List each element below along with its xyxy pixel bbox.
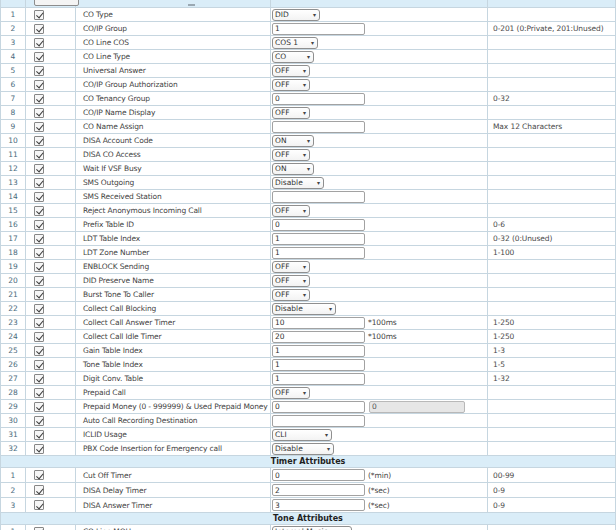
dropdown[interactable]: Disable [272,443,334,455]
text-input[interactable] [272,121,365,133]
dropdown[interactable]: OFF [272,65,310,77]
row-checkbox[interactable] [34,346,44,356]
row-checkbox[interactable] [34,402,44,412]
attribute-control: (*sec) [271,498,488,512]
dropdown[interactable]: OFF [272,289,310,301]
row-checkbox[interactable] [34,444,44,454]
row-checkbox[interactable] [34,388,44,398]
row-number: 5 [1,64,26,77]
row-checkbox[interactable] [34,164,44,174]
row-checkbox[interactable] [34,52,44,62]
dropdown[interactable]: COS 1 [272,37,318,49]
row-checkbox[interactable] [34,178,44,188]
chevron-down-icon [303,81,306,89]
table-row: 21Burst Tone To CallerOFF [1,288,615,302]
text-input[interactable] [272,499,365,511]
dropdown[interactable]: DID [272,9,320,21]
dropdown[interactable]: OFF [272,79,310,91]
row-checkbox[interactable] [34,374,44,384]
text-input[interactable] [272,233,365,245]
attribute-label: LDT Zone Number [76,246,271,259]
dropdown[interactable]: OFF [272,261,310,273]
text-input[interactable] [272,373,365,385]
text-input[interactable] [272,401,365,413]
row-checkbox[interactable] [34,470,44,480]
text-input[interactable] [272,23,365,35]
row-checkbox[interactable] [34,234,44,244]
row-checkbox[interactable] [34,290,44,300]
section-header: Timer Attributes [1,456,615,468]
row-checkbox[interactable] [34,248,44,258]
dropdown[interactable]: CLI [272,429,332,441]
value-range: 1-250 [488,330,615,343]
row-checkbox[interactable] [34,332,44,342]
row-checkbox[interactable] [34,66,44,76]
dropdown[interactable]: OFF [272,107,310,119]
row-number: 25 [1,344,26,357]
header-button-partial[interactable] [34,0,79,6]
attribute-label: Burst Tone To Caller [76,288,271,301]
row-checkbox[interactable] [34,136,44,146]
row-number: 13 [1,176,26,189]
row-checkbox[interactable] [34,500,44,510]
table-row: 17LDT Table Index0-32 (0:Unused) [1,232,615,246]
row-number: 12 [1,162,26,175]
text-input[interactable] [272,359,365,371]
dropdown[interactable]: OFF [272,387,310,399]
dropdown[interactable]: ON [272,135,314,147]
dropdown-value: DID [275,10,289,19]
dropdown[interactable]: OFF [272,149,310,161]
row-checkbox[interactable] [34,485,44,495]
text-input[interactable] [272,219,365,231]
text-input[interactable] [272,484,365,496]
text-input[interactable] [272,247,365,259]
row-checkbox[interactable] [34,262,44,272]
dropdown[interactable]: CO [272,51,314,63]
text-input[interactable] [272,469,365,481]
row-checkbox[interactable] [34,108,44,118]
value-range: 0-32 (0:Unused) [488,232,615,245]
value-range [488,190,615,203]
row-checkbox[interactable] [34,10,44,20]
table-body: 1CO TypeDID2CO/IP Group0-201 (0:Private,… [1,8,615,530]
dropdown[interactable]: OFF [272,275,310,287]
row-checkbox[interactable] [34,192,44,202]
row-checkbox[interactable] [34,318,44,328]
dropdown[interactable]: OFF [272,205,310,217]
attribute-label: Prefix Table ID [76,218,271,231]
row-checkbox[interactable] [34,220,44,230]
row-checkbox[interactable] [34,276,44,286]
row-checkbox[interactable] [34,416,44,426]
text-input[interactable] [272,345,365,357]
text-input[interactable] [272,415,365,427]
table-row: 27Digit Conv. Table1-32 [1,372,615,386]
text-input[interactable] [272,317,365,329]
dropdown[interactable]: Internal Music [272,526,352,530]
dropdown[interactable]: Disable [272,303,336,315]
checkbox-cell [26,218,76,231]
dropdown[interactable]: ON [272,163,314,175]
row-checkbox[interactable] [34,80,44,90]
text-input[interactable] [272,191,365,203]
row-checkbox[interactable] [34,430,44,440]
row-number: 28 [1,386,26,399]
header-attribute-column [76,0,271,7]
row-checkbox[interactable] [34,122,44,132]
row-checkbox[interactable] [34,24,44,34]
row-checkbox[interactable] [34,304,44,314]
table-row: 10DISA Account CodeON [1,134,615,148]
row-checkbox[interactable] [34,38,44,48]
row-checkbox[interactable] [34,527,44,530]
header-sort-dash [188,4,195,6]
row-number: 24 [1,330,26,343]
dropdown[interactable]: Disable [272,177,324,189]
table-row: 4CO Line TypeCO [1,50,615,64]
row-checkbox[interactable] [34,360,44,370]
table-row: 16Prefix Table ID0-6 [1,218,615,232]
row-checkbox[interactable] [34,94,44,104]
row-checkbox[interactable] [34,150,44,160]
row-checkbox[interactable] [34,206,44,216]
chevron-down-icon [303,67,306,75]
text-input[interactable] [272,93,365,105]
text-input[interactable] [272,331,365,343]
